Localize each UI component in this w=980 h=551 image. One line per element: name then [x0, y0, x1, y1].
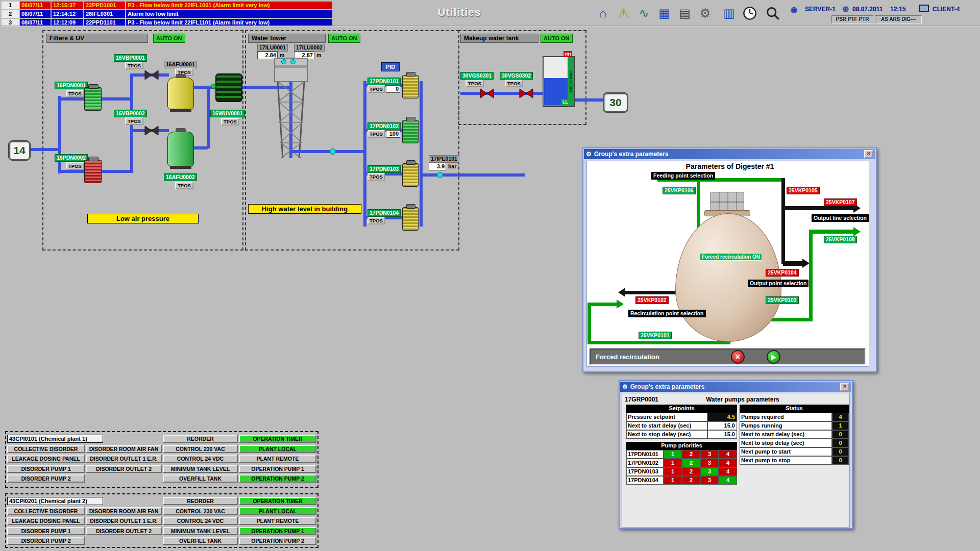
chem-button[interactable]: OPERATION PUMP 2 [239, 474, 316, 483]
zoom-icon[interactable] [763, 4, 782, 22]
chem-button[interactable]: DISORDER PUMP 2 [7, 474, 85, 483]
pump-icon-17pdn0101[interactable] [402, 75, 419, 98]
chem-button[interactable]: OPERATION PUMP 1 [239, 465, 316, 473]
chem-button[interactable]: DISORDER OUTLET 2 [86, 527, 162, 535]
tpos-button-17pdn0103[interactable]: TPOS [368, 173, 385, 181]
digester-dialog-close-button[interactable]: × [864, 150, 873, 158]
priority-cell[interactable]: 4 [719, 450, 737, 459]
chem-button[interactable]: MINIMUM TANK LEVEL [163, 527, 238, 535]
pump-icon-16pdn0002[interactable] [84, 160, 102, 183]
pump-tag-17pdn0101[interactable]: 17PDN0101 [368, 78, 401, 85]
chem-button[interactable]: PLANT LOCAL [239, 445, 316, 453]
water-tower-alarm-text[interactable]: High water level in building [248, 204, 361, 214]
tpos-button-16pdn0002[interactable]: TPOS [66, 162, 84, 170]
pump-tag-16pdn0001[interactable]: 16PDN0001 [55, 82, 88, 89]
priority-cell[interactable]: 3 [700, 459, 719, 467]
tpos-button-17pdn0101[interactable]: TPOS [368, 85, 385, 93]
pump-tag-17pdn0102[interactable]: 17PDN0102 [368, 122, 401, 130]
screen-select-icon[interactable]: ▥ [720, 4, 739, 22]
chem-button[interactable]: OPERATION PUMP 1 [239, 527, 316, 535]
chem-button[interactable]: DISORDER ROOM AIR FAN [86, 445, 162, 453]
priority-cell[interactable]: 4 [719, 467, 737, 476]
pump-tag-16pdn0002[interactable]: 16PDN0002 [55, 154, 88, 162]
pump-icon-17pdn0102[interactable] [402, 120, 419, 143]
alarm-summary-icon[interactable]: ⚠ [614, 4, 633, 22]
chem-button[interactable]: OPERATION PUMP 2 [239, 537, 316, 545]
setpoint-value[interactable]: 15.0 [707, 430, 737, 439]
valve-tag-16vbp0002[interactable]: 16VBP0002 [114, 110, 147, 117]
start-command-button[interactable]: ▶ [767, 350, 780, 364]
chem-button[interactable]: CONTROL 24 VDC [163, 455, 238, 463]
pid-controller-button[interactable]: PID [381, 62, 400, 71]
priority-cell[interactable]: 1 [664, 467, 682, 476]
tpos-button-30vgs0301[interactable]: TPOS [465, 80, 484, 87]
pump-icon-16pdn0001[interactable] [84, 87, 102, 111]
valve-label-25vkp0104[interactable]: 25VKP0104 [766, 269, 799, 277]
pump-tag-17pdn0104[interactable]: 17PDN0104 [368, 209, 401, 217]
level-tag-17ilu0001[interactable]: 17ILU0001 [257, 44, 288, 52]
valve-icon-30vgs0301[interactable] [480, 88, 494, 99]
alarm-list[interactable]: 108/07/1112:15:3722PPD1001P3 - Flow belo… [2, 2, 332, 27]
filter-vessel-16afu0001[interactable] [167, 78, 194, 109]
tpos-button-17pdn0102[interactable]: TPOS [368, 130, 385, 138]
tpos-button-16wuv0001[interactable]: TPOS [221, 118, 239, 126]
valve-tag-30vgs0302[interactable]: 30VGS0302 [500, 72, 533, 80]
chem-button[interactable]: DISORDER OUTLET 2 [86, 465, 162, 473]
chem-button[interactable]: COLLECTIVE DISORDER [7, 507, 85, 515]
valve-label-25vkp0106[interactable]: 25VKP0106 [663, 187, 696, 194]
cancel-command-button[interactable]: × [731, 350, 745, 364]
pressure-tag-17ipe0101[interactable]: 17IPE0101 [429, 155, 459, 163]
priority-cell[interactable]: 1 [664, 459, 682, 467]
pumps-dialog-titlebar[interactable]: ⚙ Group's extra parameters × [620, 382, 851, 392]
chem-button[interactable]: PLANT LOCAL [239, 507, 316, 515]
filter-tag-16afu0001[interactable]: 16AFU0001 [164, 61, 197, 68]
priority-cell[interactable]: 1 [664, 450, 682, 459]
priority-cell[interactable]: 3 [700, 450, 719, 459]
setpoint-value[interactable]: 15.0 [707, 421, 737, 430]
clock-icon[interactable] [740, 4, 759, 22]
chem-button[interactable]: DISORDER PUMP 2 [7, 537, 85, 545]
priority-cell[interactable]: 3 [700, 476, 719, 485]
water-tower-auto-on[interactable]: AUTO ON [328, 34, 360, 43]
chem-button[interactable]: OVERFILL TANK [163, 537, 238, 545]
tpos-button-16pdn0001[interactable]: TPOS [66, 90, 84, 97]
chem-button[interactable]: LEAKAGE DOSING PANEL [7, 455, 85, 463]
pump-tag-17pdn0103[interactable]: 17PDN0103 [368, 165, 401, 173]
chem-button[interactable]: DISORDER PUMP 1 [7, 527, 85, 535]
tpos-button-16afu0002[interactable]: TPOS [175, 182, 193, 189]
settings-gear-icon[interactable]: ⚙ [696, 4, 715, 22]
priority-cell[interactable]: 2 [682, 476, 700, 485]
pump-icon-17pdn0103[interactable] [402, 163, 419, 187]
screen-link-badge-30[interactable]: 30 [603, 93, 628, 112]
priority-cell[interactable]: 2 [682, 450, 700, 459]
setpoint-value[interactable]: 4.5 [707, 413, 737, 421]
chem-button[interactable]: MINIMUM TANK LEVEL [163, 465, 238, 473]
valve-icon-16vbp0002[interactable] [144, 125, 159, 136]
pump-icon-17pdn0104[interactable] [402, 207, 419, 231]
makeup-auto-on[interactable]: AUTO ON [541, 34, 573, 43]
trend-icon[interactable]: ∿ [634, 4, 653, 22]
valve-label-25vkp0105[interactable]: 25VKP0105 [787, 187, 820, 194]
tpos-button-16vbp0001[interactable]: TPOS [125, 62, 143, 69]
chem-button[interactable]: DISORDER OUTLET 1 E.R. [86, 517, 162, 525]
alarm-row[interactable]: 208/07/1112:14:1226IFL0301Alarm low low … [2, 10, 332, 18]
chem-button[interactable]: DISORDER PUMP 1 [7, 465, 85, 473]
filters-alarm-text[interactable]: Low air pressure [87, 214, 199, 223]
chem-button[interactable]: LEAKAGE DOSING PANEL [7, 517, 85, 525]
priority-cell[interactable]: 1 [664, 476, 682, 485]
valve-icon-30vgs0302[interactable] [519, 88, 533, 99]
chem-button[interactable]: DISORDER ROOM AIR FAN [86, 507, 162, 515]
valve-label-25vkp0107[interactable]: 25VKP0107 [824, 198, 857, 206]
alarm-row[interactable]: 108/07/1112:15:3722PPD1001P3 - Flow belo… [2, 2, 332, 9]
tpos-button-30vgs0302[interactable]: TPOS [505, 80, 523, 87]
filters-auto-on[interactable]: AUTO ON [153, 34, 185, 43]
chem-button[interactable]: REORDER [163, 497, 238, 505]
uv-unit-16wuv0001[interactable] [215, 73, 242, 102]
chem-button[interactable]: OPERATION TIMER [239, 497, 316, 505]
valve-tag-16vbp0001[interactable]: 16VBP0001 [114, 54, 147, 62]
chem-button[interactable]: REORDER [163, 435, 238, 443]
priority-cell[interactable]: 2 [682, 467, 700, 476]
priority-cell[interactable]: 3 [700, 467, 719, 476]
valve-label-25vkp0103[interactable]: 25VKP0103 [766, 296, 799, 304]
valve-label-25vkp0102[interactable]: 25VKP0102 [635, 296, 669, 304]
